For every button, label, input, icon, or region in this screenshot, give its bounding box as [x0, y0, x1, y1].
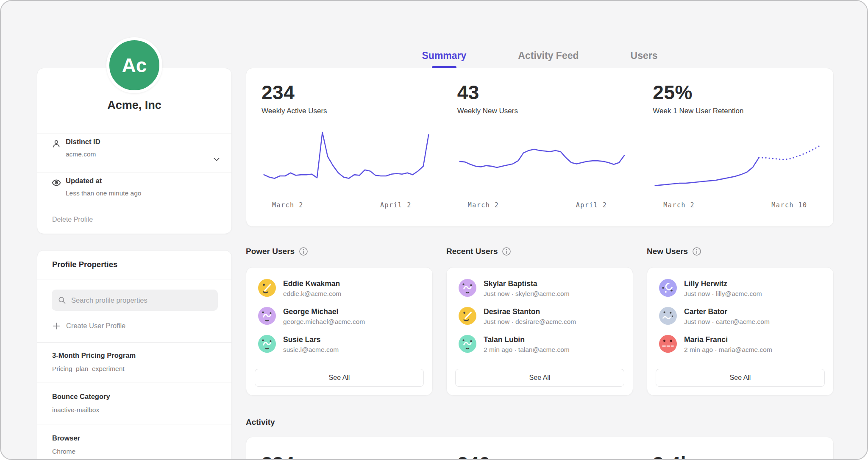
divider	[37, 279, 231, 279]
company-avatar: Ac	[106, 37, 162, 93]
x-tick: April 2	[576, 201, 607, 209]
user-avatar	[659, 335, 677, 353]
power-users-section: Power Users Eddie Kwakman eddie.k@acme.c…	[246, 245, 433, 396]
search-input[interactable]	[70, 296, 212, 305]
weekly-new-users-panel: 43 Weekly New Users March 2 April 2	[442, 81, 638, 226]
user-name: Talan Lubin	[484, 335, 570, 344]
company-name: Acme, Inc	[37, 99, 231, 112]
user-row[interactable]: Carter Bator Just now · carter@acme.com	[659, 307, 821, 335]
info-icon[interactable]	[299, 247, 308, 256]
app-window: Ac Acme, Inc Distinct ID acme.com Update…	[0, 0, 868, 460]
user-email: susie.l@acme.com	[283, 346, 339, 354]
delete-profile-button[interactable]: Delete Profile	[52, 216, 93, 223]
property-value: inactive-mailbox	[52, 406, 99, 414]
user-avatar	[659, 307, 677, 325]
see-all-button[interactable]: See All	[656, 369, 825, 387]
user-sections: Power Users Eddie Kwakman eddie.k@acme.c…	[246, 245, 834, 396]
retention-chart: March 2 March 10	[653, 130, 822, 212]
user-avatar	[459, 335, 476, 353]
x-tick: March 2	[663, 201, 695, 209]
weekly-active-users-panel: 234 Weekly Active Users March 2 April 2	[246, 81, 442, 226]
property-value: Pricing_plan_experiment	[52, 365, 125, 373]
stat-label: Weekly Active Users	[262, 107, 442, 115]
summary-stats-card: 234 Weekly Active Users March 2 April 2 …	[246, 68, 834, 227]
create-user-profile-button[interactable]: Create User Profile	[53, 322, 125, 330]
user-name: Carter Bator	[684, 307, 770, 316]
user-name: Desirae Stanton	[484, 307, 576, 316]
user-avatar	[659, 279, 677, 297]
user-row[interactable]: Skylar Baptista Just now · skyler@acme.c…	[459, 279, 621, 307]
distinct-id-label: Distinct ID	[66, 138, 100, 146]
user-avatar	[258, 279, 276, 297]
activity-stat: 3.4k	[653, 452, 833, 460]
x-tick: April 2	[380, 201, 412, 209]
user-row[interactable]: George Michael george.michael@acme.com	[258, 307, 420, 335]
person-icon	[51, 139, 61, 149]
updated-at-value: Less than one minute ago	[66, 190, 141, 197]
user-row[interactable]: Talan Lubin 2 min ago · talan@acme.com	[459, 335, 621, 363]
property-name: 3-Month Pricing Program	[52, 351, 136, 360]
stat-label: Week 1 New User Retention	[653, 107, 833, 115]
user-row[interactable]: Maria Franci 2 min ago · maria@acme.com	[659, 335, 821, 363]
user-row[interactable]: Lilly Herwitz Just now · lilly@acme.com	[659, 279, 821, 307]
user-name: Lilly Herwitz	[684, 279, 762, 288]
user-name: Susie Lars	[283, 335, 339, 344]
user-row[interactable]: Desirae Stanton Just now · desirare@acme…	[459, 307, 621, 335]
tab-summary[interactable]: Summary	[422, 50, 467, 67]
user-meta: Just now · skyler@acme.com	[484, 290, 570, 298]
see-all-button[interactable]: See All	[255, 369, 424, 387]
user-meta: Just now · desirare@acme.com	[484, 318, 576, 326]
profile-page: Ac Acme, Inc Distinct ID acme.com Update…	[0, 0, 868, 460]
see-all-button[interactable]: See All	[455, 369, 624, 387]
info-icon[interactable]	[502, 247, 511, 256]
recent-users-section: Recent Users Skylar Baptista Just now · …	[446, 245, 633, 396]
distinct-id-value: acme.com	[66, 151, 96, 158]
plus-icon	[53, 322, 60, 330]
new-users-section: New Users Lilly Herwitz Just now · lilly…	[647, 245, 834, 396]
divider	[37, 173, 231, 173]
divider	[37, 424, 231, 424]
user-row[interactable]: Eddie Kwakman eddie.k@acme.com	[258, 279, 420, 307]
tab-bar: Summary Activity Feed Users	[246, 50, 834, 67]
user-name: Skylar Baptista	[484, 279, 570, 288]
retention-panel: 25% Week 1 New User Retention March 2 Ma…	[637, 81, 833, 226]
user-meta: 2 min ago · maria@acme.com	[684, 346, 772, 354]
activity-title: Activity	[246, 418, 275, 427]
user-meta: Just now · carter@acme.com	[684, 318, 770, 326]
x-tick: March 2	[468, 201, 499, 209]
profile-properties-title: Profile Properties	[52, 260, 117, 269]
activity-card: 234 240 3.4k	[246, 437, 834, 460]
divider	[37, 342, 231, 343]
tab-activity-feed[interactable]: Activity Feed	[518, 50, 579, 67]
tab-users[interactable]: Users	[631, 50, 658, 67]
create-user-profile-label: Create User Profile	[66, 322, 125, 330]
user-meta: 2 min ago · talan@acme.com	[484, 346, 570, 354]
search-profile-properties[interactable]	[52, 290, 218, 311]
activity-stat: 234	[262, 452, 442, 460]
stat-value: 25%	[653, 81, 833, 104]
user-name: Maria Franci	[684, 335, 772, 344]
stat-label: Weekly New Users	[457, 107, 638, 115]
eye-icon	[51, 178, 61, 188]
divider	[37, 134, 231, 134]
user-name: Eddie Kwakman	[283, 279, 341, 288]
divider	[37, 211, 231, 211]
user-avatar	[459, 279, 476, 297]
property-name: Bounce Category	[52, 393, 110, 401]
search-icon	[58, 296, 66, 304]
weekly-new-users-chart: March 2 April 2	[457, 130, 627, 212]
user-row[interactable]: Susie Lars susie.l@acme.com	[258, 335, 420, 363]
x-tick: March 10	[771, 201, 807, 209]
user-name: George Michael	[283, 307, 365, 316]
user-avatar	[258, 335, 276, 353]
chevron-down-icon[interactable]	[212, 155, 221, 164]
section-title: Power Users	[246, 247, 295, 256]
updated-at-label: Updated at	[66, 177, 102, 185]
user-email: eddie.k@acme.com	[283, 290, 341, 298]
company-initials: Ac	[122, 54, 147, 77]
recent-users-card: Skylar Baptista Just now · skyler@acme.c…	[446, 267, 633, 396]
stat-value: 43	[457, 81, 638, 104]
info-icon[interactable]	[692, 247, 701, 256]
property-value: Chrome	[52, 448, 75, 455]
profile-properties-card: Profile Properties Create User Profile 3…	[37, 250, 232, 460]
